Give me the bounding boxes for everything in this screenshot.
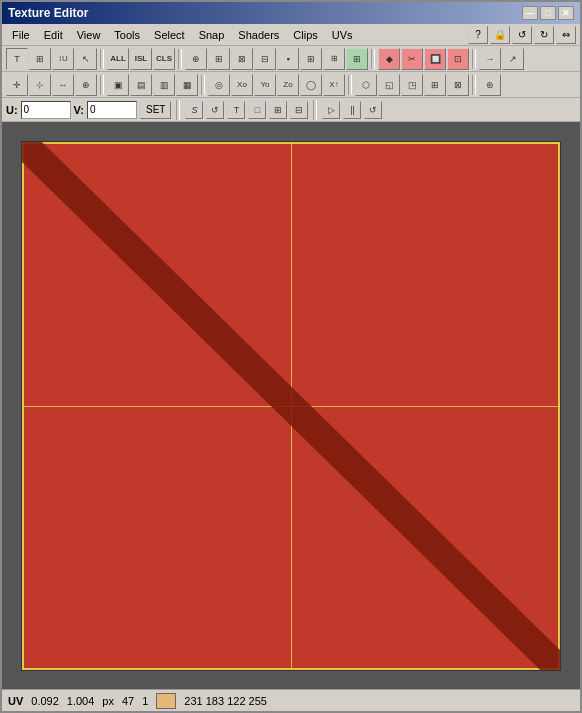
coord-bar: U: V: SET S ↺ T □ ⊞ ⊟ ▷ || ↺ — [2, 98, 580, 122]
tool-T[interactable]: T — [6, 48, 28, 70]
tool-grid3[interactable]: ⊞ — [300, 48, 322, 70]
menu-tools[interactable]: Tools — [108, 27, 146, 43]
menu-snap[interactable]: Snap — [193, 27, 231, 43]
tool2-plus[interactable]: ⊕ — [75, 74, 97, 96]
tool2-ellipse[interactable]: ◯ — [300, 74, 322, 96]
tool-diag[interactable]: ↗ — [502, 48, 524, 70]
canvas-area — [2, 122, 580, 689]
tool2-grid[interactable]: ⊞ — [424, 74, 446, 96]
tool-dot[interactable]: ⊡ — [447, 48, 469, 70]
sep8 — [472, 75, 476, 95]
tool-cross[interactable]: ⊕ — [185, 48, 207, 70]
title-bar: Texture Editor — □ ✕ — [2, 2, 580, 24]
tool-rect[interactable]: ▪ — [277, 48, 299, 70]
tool-pivot[interactable]: ⊞ — [269, 101, 287, 119]
tool-grid4[interactable]: ⊞ — [323, 48, 345, 70]
tool2-ycircle[interactable]: Yo — [254, 74, 276, 96]
sep6 — [201, 75, 205, 95]
tool2-sq2[interactable]: ▤ — [130, 74, 152, 96]
tool-undo2[interactable]: ↺ — [206, 101, 224, 119]
status-uv-label: UV — [8, 695, 23, 707]
tool-isl[interactable]: ISL — [130, 48, 152, 70]
tool-arrow[interactable]: ↖ — [75, 48, 97, 70]
u-input[interactable] — [21, 101, 71, 119]
tool-grid2[interactable]: ⊞ — [208, 48, 230, 70]
u-label: U: — [6, 104, 18, 116]
sep7 — [348, 75, 352, 95]
sep1 — [100, 49, 104, 69]
sep2 — [178, 49, 182, 69]
status-bar: UV 0.092 1.004 px 47 1 231 183 122 255 — [2, 689, 580, 711]
sep4 — [472, 49, 476, 69]
tool2-sq3[interactable]: ▥ — [153, 74, 175, 96]
tool-cls[interactable]: CLS — [153, 48, 175, 70]
menu-shaders[interactable]: Shaders — [232, 27, 285, 43]
tool-grid1[interactable]: ⊞ — [29, 48, 51, 70]
tool2-circle[interactable]: ◎ — [208, 74, 230, 96]
tool2-sq1[interactable]: ▣ — [107, 74, 129, 96]
tool-pause[interactable]: || — [343, 101, 361, 119]
tool2-xup[interactable]: X↑ — [323, 74, 345, 96]
maximize-button[interactable]: □ — [540, 6, 556, 20]
menu-view[interactable]: View — [71, 27, 107, 43]
sep3 — [371, 49, 375, 69]
tool-diamond[interactable]: ◆ — [378, 48, 400, 70]
tool-sq[interactable]: □ — [248, 101, 266, 119]
tool2-crosshair[interactable]: ✛ — [6, 74, 28, 96]
tool-minus2[interactable]: ⊟ — [290, 101, 308, 119]
tool-minus[interactable]: ⊟ — [254, 48, 276, 70]
tool2-xcircle[interactable]: Xo — [231, 74, 253, 96]
sep10 — [313, 100, 317, 120]
tool-scale[interactable]: ↕U — [52, 48, 74, 70]
tool-s[interactable]: S — [185, 101, 203, 119]
tool-scissors[interactable]: ✂ — [401, 48, 423, 70]
tool2-hex[interactable]: ⬡ — [355, 74, 377, 96]
tool2-xgrid[interactable]: ⊠ — [447, 74, 469, 96]
minimize-button[interactable]: — — [522, 6, 538, 20]
tool-arrow2[interactable]: → — [479, 48, 501, 70]
swap-button[interactable]: ⇔ — [556, 26, 576, 44]
menu-file[interactable]: File — [6, 27, 36, 43]
tool-frame[interactable]: 🔲 — [424, 48, 446, 70]
close-button[interactable]: ✕ — [558, 6, 574, 20]
set-button[interactable]: SET — [140, 101, 171, 119]
status-color-vals: 231 183 122 255 — [184, 695, 267, 707]
tool-all[interactable]: ALL — [107, 48, 129, 70]
menu-right-icons: ? 🔒 ↺ ↻ ⇔ — [468, 26, 576, 44]
tool2-corner2[interactable]: ◳ — [401, 74, 423, 96]
redo-button[interactable]: ↻ — [534, 26, 554, 44]
title-controls: — □ ✕ — [522, 6, 574, 20]
undo-button[interactable]: ↺ — [512, 26, 532, 44]
menu-select[interactable]: Select — [148, 27, 191, 43]
status-px-val: 47 — [122, 695, 134, 707]
tool2-corner1[interactable]: ◱ — [378, 74, 400, 96]
menu-clips[interactable]: Clips — [287, 27, 323, 43]
uv-seam-line — [22, 142, 560, 670]
toolbar-row-1: T ⊞ ↕U ↖ ALL ISL CLS ⊕ ⊞ ⊠ ⊟ ▪ ⊞ ⊞ ⊞ ◆ ✂… — [2, 46, 580, 72]
status-num: 1 — [142, 695, 148, 707]
v-input[interactable] — [87, 101, 137, 119]
tool2-star[interactable]: ⊹ — [29, 74, 51, 96]
sep5 — [100, 75, 104, 95]
lock-button[interactable]: 🔒 — [490, 26, 510, 44]
tool2-sq4[interactable]: ▦ — [176, 74, 198, 96]
v-label: V: — [74, 104, 84, 116]
menu-uvs[interactable]: UVs — [326, 27, 359, 43]
tool-loop[interactable]: ↺ — [364, 101, 382, 119]
tool-xgrid[interactable]: ⊠ — [231, 48, 253, 70]
tool-play[interactable]: ▷ — [322, 101, 340, 119]
menu-bar: File Edit View Tools Select Snap Shaders… — [2, 24, 580, 46]
toolbar-row-2: ✛ ⊹ ↔ ⊕ ▣ ▤ ▥ ▦ ◎ Xo Yo Zo ◯ X↑ ⬡ ◱ ◳ ⊞ … — [2, 72, 580, 98]
help-button[interactable]: ? — [468, 26, 488, 44]
tool2-hflip[interactable]: ↔ — [52, 74, 74, 96]
tool-t[interactable]: T — [227, 101, 245, 119]
texture-canvas[interactable] — [21, 141, 561, 671]
menu-edit[interactable]: Edit — [38, 27, 69, 43]
tool-grid5[interactable]: ⊞ — [346, 48, 368, 70]
svg-marker-0 — [22, 142, 560, 670]
tool2-star2[interactable]: ⊛ — [479, 74, 501, 96]
sep9 — [176, 100, 180, 120]
status-u-val: 0.092 — [31, 695, 59, 707]
texture-editor-window: Texture Editor — □ ✕ File Edit View Tool… — [0, 0, 582, 713]
tool2-zcircle[interactable]: Zo — [277, 74, 299, 96]
